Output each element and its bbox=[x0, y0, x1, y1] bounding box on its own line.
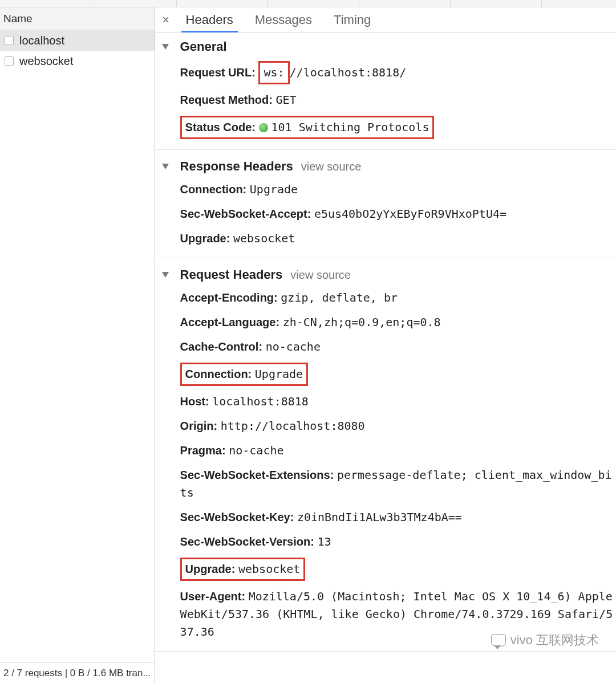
devtools-columns-top bbox=[0, 0, 616, 7]
kv-key: Request Method: bbox=[180, 93, 273, 106]
kv-value: gzip, deflate, br bbox=[281, 291, 398, 304]
kv-request-url: Request URL: ws://localhost:8818/ bbox=[180, 58, 616, 88]
kv-sec-ws-ext: Sec-WebSocket-Extensions: permessage-def… bbox=[180, 463, 616, 505]
kv-status-code: Status Code: 101 Switching Protocols bbox=[180, 112, 616, 143]
kv-upgrade: Upgrade: websocket bbox=[180, 554, 616, 584]
kv-value: no-cache bbox=[229, 444, 283, 457]
kv-request-method: Request Method: GET bbox=[180, 88, 616, 112]
kv-accept-encoding: Accept-Encoding: gzip, deflate, br bbox=[180, 286, 616, 310]
kv-key: Sec-WebSocket-Accept: bbox=[180, 208, 311, 220]
kv-key: Connection: bbox=[185, 368, 252, 380]
requests-header[interactable]: Name bbox=[0, 7, 155, 30]
kv-key: Status Code: bbox=[185, 121, 256, 133]
highlight-upgrade: Upgrade: websocket bbox=[180, 558, 306, 581]
kv-key: Sec-WebSocket-Version: bbox=[180, 535, 314, 548]
kv-key: Connection: bbox=[180, 183, 247, 196]
section-title-response-headers: Response Headers bbox=[180, 159, 293, 174]
kv-response-sec-ws-accept: Sec-WebSocket-Accept: e5us40bO2yYxEByFoR… bbox=[180, 202, 616, 226]
requests-summary: 2 / 7 requests | 0 B / 1.6 MB tran... bbox=[0, 662, 155, 683]
kv-value: websocket bbox=[233, 231, 295, 245]
section-title-general: General bbox=[180, 39, 227, 54]
section-request-headers: Request Headers view source Accept-Encod… bbox=[155, 264, 616, 652]
section-general: General Request URL: ws://localhost:8818… bbox=[155, 36, 616, 150]
kv-key: Accept-Encoding: bbox=[180, 291, 278, 304]
highlight-connection: Connection: Upgrade bbox=[180, 363, 309, 386]
kv-value: no-cache bbox=[266, 340, 321, 353]
kv-value: localhost:8818 bbox=[212, 395, 309, 408]
kv-user-agent: User-Agent: Mozilla/5.0 (Macintosh; Inte… bbox=[180, 584, 616, 644]
kv-key: Request URL: bbox=[180, 66, 256, 79]
kv-value: 101 Switching Protocols bbox=[271, 120, 429, 134]
kv-key: Host: bbox=[180, 395, 209, 408]
chevron-down-icon[interactable] bbox=[162, 44, 169, 50]
kv-value: Upgrade bbox=[250, 182, 298, 196]
kv-value: http://localhost:8080 bbox=[221, 419, 365, 433]
kv-key: Upgrade: bbox=[180, 232, 230, 245]
kv-value: z0inBndIi1ALw3b3TMz4bA== bbox=[297, 510, 462, 524]
kv-key: Sec-WebSocket-Extensions: bbox=[180, 469, 334, 481]
tab-messages[interactable]: Messages bbox=[250, 7, 317, 32]
highlight-status: Status Code: 101 Switching Protocols bbox=[180, 116, 435, 139]
requests-panel: Name localhost websocket 2 / 7 requests … bbox=[0, 7, 155, 683]
chevron-down-icon[interactable] bbox=[162, 164, 169, 169]
kv-key: Sec-WebSocket-Key: bbox=[180, 511, 294, 523]
kv-value: 13 bbox=[317, 535, 331, 548]
request-label: localhost bbox=[19, 34, 64, 47]
tab-headers[interactable]: Headers bbox=[181, 7, 238, 32]
request-row-localhost[interactable]: localhost bbox=[0, 30, 155, 51]
highlight-ws-scheme: ws: bbox=[258, 61, 289, 84]
section-title-request-headers: Request Headers bbox=[180, 267, 283, 282]
kv-pragma: Pragma: no-cache bbox=[180, 438, 616, 463]
kv-key: Cache-Control: bbox=[180, 340, 262, 353]
kv-value: Upgrade bbox=[255, 367, 303, 381]
requests-list: localhost websocket bbox=[0, 30, 155, 662]
kv-value: zh-CN,zh;q=0.9,en;q=0.8 bbox=[283, 315, 441, 329]
kv-key: Pragma: bbox=[180, 444, 226, 457]
kv-host: Host: localhost:8818 bbox=[180, 389, 616, 414]
kv-value: websocket bbox=[238, 562, 300, 576]
kv-sec-ws-key: Sec-WebSocket-Key: z0inBndIi1ALw3b3TMz4b… bbox=[180, 505, 616, 530]
tab-timing[interactable]: Timing bbox=[329, 7, 375, 32]
kv-value: e5us40bO2yYxEByFoR9VHxoPtU4= bbox=[314, 207, 506, 221]
headers-detail: General Request URL: ws://localhost:8818… bbox=[155, 32, 616, 683]
kv-key: Upgrade: bbox=[185, 563, 236, 575]
kv-value: GET bbox=[275, 93, 296, 107]
kv-value: Mozilla/5.0 (Macintosh; Intel Mac OS X 1… bbox=[180, 590, 613, 639]
kv-value: //localhost:8818/ bbox=[290, 66, 407, 79]
request-row-websocket[interactable]: websocket bbox=[0, 51, 155, 71]
status-dot-icon bbox=[259, 123, 268, 132]
kv-response-connection: Connection: Upgrade bbox=[180, 177, 616, 202]
detail-tabbar: × Headers Messages Timing bbox=[155, 7, 616, 32]
chevron-down-icon[interactable] bbox=[162, 272, 169, 278]
kv-connection: Connection: Upgrade bbox=[180, 359, 616, 389]
detail-panel: × Headers Messages Timing General Reques… bbox=[155, 7, 616, 683]
file-icon bbox=[5, 36, 14, 45]
kv-sec-ws-ver: Sec-WebSocket-Version: 13 bbox=[180, 530, 616, 554]
kv-response-upgrade: Upgrade: websocket bbox=[180, 226, 616, 251]
kv-key: User-Agent: bbox=[180, 590, 245, 603]
kv-cache-control: Cache-Control: no-cache bbox=[180, 335, 616, 359]
kv-key: Origin: bbox=[180, 420, 218, 432]
view-source-link[interactable]: view source bbox=[290, 269, 351, 282]
kv-origin: Origin: http://localhost:8080 bbox=[180, 414, 616, 438]
view-source-link[interactable]: view source bbox=[301, 160, 362, 173]
file-icon bbox=[5, 56, 14, 66]
kv-key: Accept-Language: bbox=[180, 316, 279, 328]
request-label: websocket bbox=[19, 55, 74, 68]
close-icon[interactable]: × bbox=[159, 13, 173, 27]
kv-accept-language: Accept-Language: zh-CN,zh;q=0.9,en;q=0.8 bbox=[180, 310, 616, 335]
section-response-headers: Response Headers view source Connection:… bbox=[155, 156, 616, 258]
